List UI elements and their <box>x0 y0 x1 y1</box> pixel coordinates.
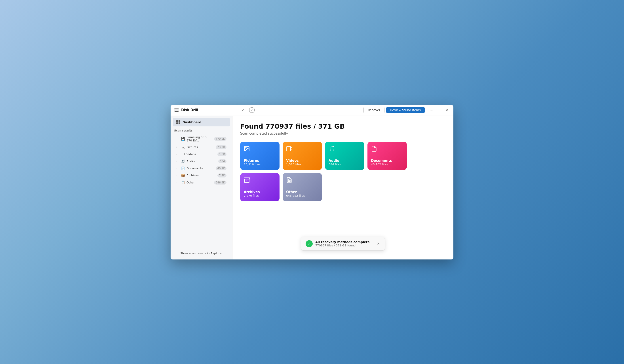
toast-title: All recovery methods complete <box>315 240 374 244</box>
dashboard-grid-icon <box>176 120 180 124</box>
close-button[interactable]: ✕ <box>443 107 450 113</box>
sidebar-item-videos[interactable]: › 🎞 Videos 1.6K <box>174 151 229 158</box>
recover-button[interactable]: Recover <box>364 107 385 113</box>
scan-item-count: 7.9K <box>217 174 227 178</box>
chevron-icon: › <box>176 153 180 156</box>
category-cards-grid: Pictures 73,916 files Videos 1,583 files <box>240 142 446 201</box>
scan-item-count: 770.9K <box>214 137 227 141</box>
title-bar-left: Disk Drill <box>174 108 236 112</box>
toast-close-button[interactable]: ✕ <box>377 241 380 246</box>
sidebar-item-documents[interactable]: › 📄 Documents 40.1K <box>174 165 229 172</box>
category-card-other[interactable]: Other 646,882 files <box>283 173 322 201</box>
scan-item-name: Samsung SSD 970 EV... <box>186 135 213 142</box>
other-icon: 📋 <box>181 181 185 184</box>
videos-card-text: Videos 1,583 files <box>286 157 318 166</box>
sidebar-nav: Dashboard Scan results 💾 Samsung SSD 970… <box>171 116 232 247</box>
scan-results-section: Scan results 💾 Samsung SSD 970 EV... 770… <box>171 127 232 187</box>
category-card-audio[interactable]: Audio 584 files <box>325 142 364 170</box>
review-found-items-button[interactable]: Review found items <box>386 107 425 113</box>
videos-card-name: Videos <box>286 159 318 163</box>
sidebar-item-dashboard[interactable]: Dashboard <box>173 118 230 127</box>
chevron-icon: › <box>176 181 180 184</box>
svg-rect-7 <box>244 178 250 179</box>
archives-card-icon <box>244 177 276 184</box>
scan-item-count: 646.9K <box>214 181 227 184</box>
scan-item-name: Videos <box>186 153 216 156</box>
app-title: Disk Drill <box>181 108 198 112</box>
title-bar-center: ⌂ ✓ <box>236 107 363 113</box>
toast-subtitle: 770937 files / 371 GB found <box>315 244 374 247</box>
pictures-card-count: 73,916 files <box>244 163 276 166</box>
pictures-card-name: Pictures <box>244 159 276 163</box>
toast-text: All recovery methods complete 770937 fil… <box>315 240 374 247</box>
documents-card-icon <box>371 146 403 153</box>
toast-check-icon: ✓ <box>306 240 313 247</box>
other-card-text: Other 646,882 files <box>286 188 318 197</box>
sidebar-item-pictures[interactable]: › 🖼 Pictures 73.9K <box>174 144 229 151</box>
documents-card-name: Documents <box>371 159 403 163</box>
svg-point-1 <box>245 147 246 148</box>
scan-item-name: Audio <box>186 159 217 163</box>
sidebar-item-samsung-ssd[interactable]: 💾 Samsung SSD 970 EV... 770.9K <box>174 134 229 144</box>
documents-icon: 📄 <box>181 166 185 170</box>
app-window: Disk Drill ⌂ ✓ Recover Review found item… <box>171 105 453 260</box>
audio-icon: 🎵 <box>181 159 185 163</box>
category-card-pictures[interactable]: Pictures 73,916 files <box>240 142 280 170</box>
minimize-button[interactable]: – <box>428 107 435 113</box>
pictures-card-text: Pictures 73,916 files <box>244 157 276 166</box>
main-layout: Dashboard Scan results 💾 Samsung SSD 970… <box>171 116 453 260</box>
pictures-card-icon <box>244 146 276 153</box>
sidebar-item-other[interactable]: › 📋 Other 646.9K <box>174 179 229 186</box>
chevron-icon: › <box>176 167 180 170</box>
documents-card-text: Documents 40,102 files <box>371 157 403 166</box>
scan-item-count: 73.9K <box>216 145 227 149</box>
chevron-icon: › <box>176 160 180 163</box>
sidebar-item-archives[interactable]: › 📦 Archives 7.9K <box>174 172 229 179</box>
title-bar: Disk Drill ⌂ ✓ Recover Review found item… <box>171 105 453 116</box>
drive-icon: 💾 <box>181 137 185 141</box>
audio-card-name: Audio <box>329 159 361 163</box>
show-explorer-button[interactable]: Show scan results in Explorer <box>174 250 229 257</box>
content-area: Found 770937 files / 371 GB Scan complet… <box>233 116 453 260</box>
videos-card-icon <box>286 146 318 153</box>
svg-rect-2 <box>286 146 290 151</box>
scan-item-count: 40.1K <box>216 166 227 170</box>
hamburger-menu-button[interactable] <box>174 108 179 112</box>
sidebar-footer: Show scan results in Explorer <box>171 247 232 260</box>
videos-icon: 🎞 <box>181 152 185 156</box>
sidebar: Dashboard Scan results 💾 Samsung SSD 970… <box>171 116 233 260</box>
scan-item-name: Documents <box>186 167 214 170</box>
scan-item-name: Pictures <box>186 145 214 149</box>
archives-card-name: Archives <box>244 190 276 194</box>
archives-icon: 📦 <box>181 174 185 178</box>
title-bar-actions: Recover Review found items <box>363 107 425 113</box>
audio-card-count: 584 files <box>329 163 361 166</box>
archives-card-count: 7,870 files <box>244 194 276 197</box>
maximize-button[interactable]: □ <box>436 107 442 113</box>
check-status-icon: ✓ <box>249 107 255 113</box>
videos-card-count: 1,583 files <box>286 163 318 166</box>
scan-item-name: Archives <box>186 174 216 177</box>
other-card-name: Other <box>286 190 318 194</box>
other-card-count: 646,882 files <box>286 194 318 197</box>
scan-item-count: 1.6K <box>217 152 227 156</box>
category-card-archives[interactable]: Archives 7,870 files <box>240 173 280 201</box>
dashboard-label: Dashboard <box>182 120 201 124</box>
pictures-icon: 🖼 <box>181 145 185 149</box>
category-card-documents[interactable]: Documents 40,102 files <box>367 142 407 170</box>
archives-card-text: Archives 7,870 files <box>244 188 276 197</box>
chevron-icon: › <box>176 174 180 177</box>
audio-card-text: Audio 584 files <box>329 157 361 166</box>
documents-card-count: 40,102 files <box>371 163 403 166</box>
other-card-icon <box>286 177 318 184</box>
found-subtitle: Scan completed successfully <box>240 131 446 135</box>
category-card-videos[interactable]: Videos 1,583 files <box>283 142 322 170</box>
sidebar-item-audio[interactable]: › 🎵 Audio 584 <box>174 158 229 165</box>
audio-card-icon <box>329 146 361 153</box>
scan-item-name: Other <box>186 181 213 184</box>
chevron-icon: › <box>176 146 180 149</box>
scan-results-heading: Scan results <box>174 129 229 132</box>
toast-notification: ✓ All recovery methods complete 770937 f… <box>301 237 385 251</box>
scan-item-count: 584 <box>218 159 227 163</box>
home-button[interactable]: ⌂ <box>240 107 247 113</box>
